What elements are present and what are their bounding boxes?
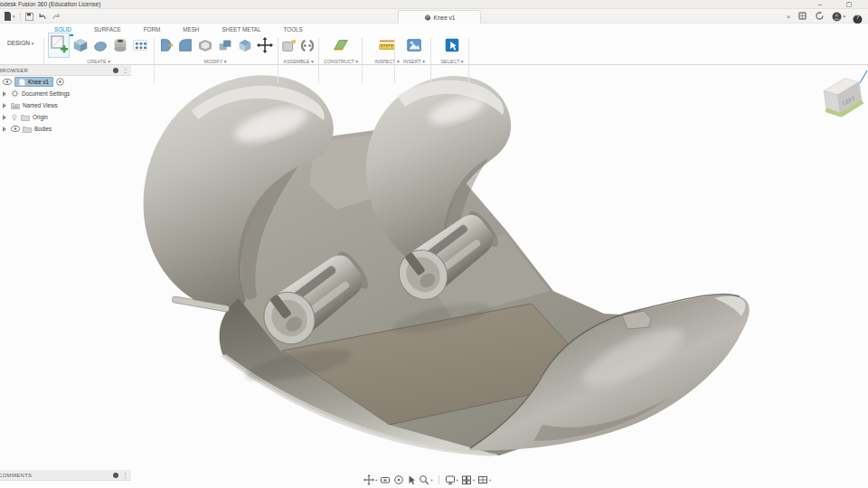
viewports-icon[interactable]: ▾ — [477, 474, 491, 485]
orbit-icon[interactable] — [393, 474, 404, 485]
fillet-icon[interactable] — [176, 36, 194, 58]
form-icon[interactable] — [91, 36, 109, 58]
construct-dropdown[interactable]: CONSTRUCT ▾ — [322, 59, 360, 64]
group-construct: CONSTRUCT ▾ — [322, 36, 360, 64]
expand-arrow-icon[interactable] — [3, 103, 6, 108]
browser-item-named-views[interactable]: Named Views — [0, 99, 131, 111]
comments-menu-icon[interactable]: ⋮ — [122, 472, 128, 479]
extensions-icon[interactable] — [797, 8, 807, 24]
shell-icon[interactable] — [196, 36, 214, 58]
select-window-icon[interactable] — [443, 36, 461, 58]
component-icon — [19, 79, 25, 86]
hole-icon[interactable] — [111, 36, 129, 58]
group-modify: MODIFY ▾ — [156, 36, 275, 64]
select-dropdown[interactable]: SELECT ▾ — [434, 59, 470, 64]
group-create: CREATE ▾ — [45, 36, 152, 64]
file-menu-icon[interactable]: ▾ — [4, 12, 15, 21]
fit-icon[interactable] — [380, 474, 391, 485]
comments-options-icon[interactable] — [113, 473, 118, 478]
insert-dropdown[interactable]: INSERT ▾ — [396, 59, 432, 64]
tab-form[interactable]: FORM — [142, 25, 163, 36]
save-icon[interactable] — [25, 8, 33, 24]
tab-tools[interactable]: TOOLS — [282, 25, 305, 36]
viewcube-z-axis — [860, 70, 867, 83]
close-tab-icon[interactable]: × — [787, 13, 791, 21]
group-insert: INSERT ▾ — [396, 36, 432, 64]
title-bar: Autodesk Fusion 360 (Education License) … — [0, 0, 868, 9]
navigation-bar: ▾ ▾ ▾ ▾ ▾ — [363, 474, 491, 486]
insert-image-icon[interactable] — [405, 36, 423, 58]
gear-icon — [11, 89, 19, 98]
activate-component-radio[interactable] — [56, 78, 64, 86]
combine-icon[interactable] — [216, 36, 234, 58]
modify-dropdown[interactable]: MODIFY ▾ — [156, 59, 275, 64]
pan-icon[interactable]: ▾ — [363, 474, 377, 485]
application-bar: ▾ Knee v1 × — [0, 9, 868, 23]
browser-options-icon[interactable] — [113, 68, 118, 73]
tab-surface[interactable]: SURFACE — [92, 25, 123, 36]
zoom-icon[interactable]: ▾ — [419, 474, 432, 485]
browser-menu-icon[interactable]: ⋮ — [122, 67, 128, 74]
user-avatar[interactable]: ▾ — [832, 12, 845, 22]
comments-title: COMMENTS — [0, 473, 113, 478]
create-sketch-icon[interactable] — [48, 33, 70, 58]
document-tab-label: Knee v1 — [434, 14, 456, 21]
origin-folder-icon — [21, 114, 30, 121]
box-icon[interactable] — [71, 36, 90, 58]
visibility-bulb-icon[interactable] — [11, 114, 18, 121]
browser-item-origin[interactable]: Origin — [0, 111, 131, 123]
browser-title: BROWSER — [0, 68, 113, 73]
view-cube[interactable]: LEFT — [816, 67, 868, 125]
account-bar: × ▾ ? — [787, 10, 863, 23]
grid-snaps-icon[interactable]: ▾ — [461, 474, 475, 485]
ribbon-tabs: SOLID SURFACE FORM MESH SHEET METAL TOOL… — [52, 25, 305, 36]
expand-arrow-icon[interactable] — [3, 127, 6, 132]
group-select: SELECT ▾ — [434, 36, 470, 64]
minimize-button[interactable]: – — [812, 0, 828, 8]
maximize-button[interactable]: ▢ — [841, 0, 857, 8]
toolbar-ribbon: DESIGN ▾ SOLID SURFACE FORM MESH SHEET M… — [0, 23, 868, 65]
create-dropdown[interactable]: CREATE ▾ — [45, 59, 152, 64]
offset-face-icon[interactable] — [236, 36, 254, 58]
fusion360-window: LEFT Autodesk Fusion 360 (Education Lice… — [0, 0, 868, 488]
root-document-chip[interactable]: Knee v1 — [14, 77, 53, 87]
group-assemble: ASSEMBLE ▾ — [279, 36, 317, 64]
browser-item-document-settings[interactable]: Document Settings — [0, 88, 131, 99]
undo-icon[interactable] — [38, 8, 47, 24]
navbar-separator — [439, 475, 439, 484]
redo-icon[interactable] — [52, 8, 61, 24]
visibility-eye-icon[interactable] — [11, 126, 20, 132]
new-component-icon[interactable] — [281, 38, 297, 58]
design-document-icon — [424, 14, 431, 21]
construction-plane-icon[interactable] — [332, 36, 350, 58]
workspace-switcher[interactable]: DESIGN ▾ — [7, 40, 33, 46]
move-icon[interactable] — [256, 36, 274, 58]
document-tab[interactable]: Knee v1 — [398, 10, 481, 23]
expand-arrow-icon[interactable] — [3, 91, 6, 97]
root-document-label: Knee v1 — [28, 79, 49, 85]
assemble-dropdown[interactable]: ASSEMBLE ▾ — [279, 59, 317, 64]
job-status-icon[interactable] — [815, 8, 825, 24]
tab-mesh[interactable]: MESH — [181, 25, 201, 36]
bodies-folder-icon — [23, 126, 32, 133]
named-views-folder-icon — [11, 102, 20, 109]
expand-arrow-icon[interactable] — [3, 115, 6, 120]
look-at-icon[interactable] — [407, 474, 416, 485]
tab-sheet-metal[interactable]: SHEET METAL — [220, 25, 262, 36]
display-settings-icon[interactable]: ▾ — [445, 474, 458, 485]
help-icon[interactable]: ? — [853, 12, 863, 22]
window-title: Autodesk Fusion 360 (Education License) — [0, 1, 100, 7]
press-pull-icon[interactable] — [156, 36, 175, 58]
visibility-eye-icon[interactable] — [3, 79, 12, 85]
browser-root-row[interactable]: Knee v1 — [0, 76, 131, 88]
comments-panel-header[interactable]: COMMENTS ⋮ — [0, 470, 131, 481]
pattern-icon[interactable] — [131, 36, 149, 58]
joint-icon[interactable] — [299, 38, 316, 58]
browser-tree: Knee v1 Document Settings Named Views Or… — [0, 76, 131, 135]
measure-icon[interactable] — [378, 36, 396, 58]
browser-item-bodies[interactable]: Bodies — [0, 123, 131, 135]
browser-panel-header[interactable]: BROWSER ⋮ — [0, 65, 131, 76]
